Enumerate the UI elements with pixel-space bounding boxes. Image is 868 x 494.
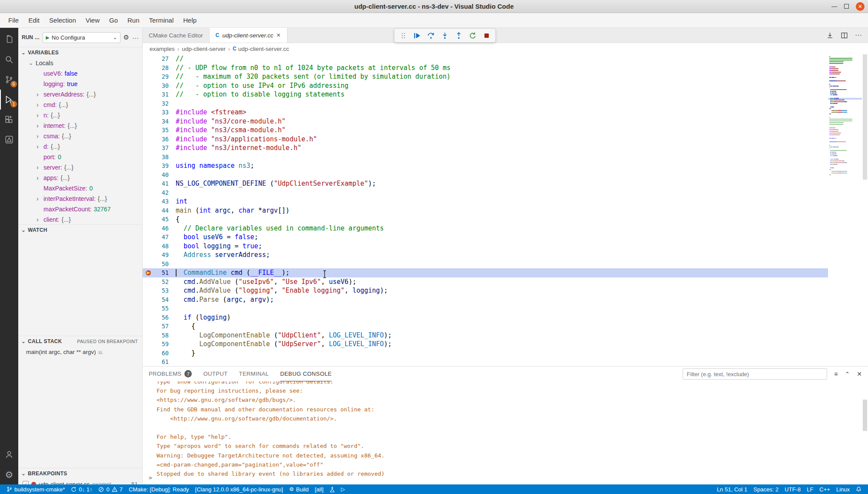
line-number[interactable]: 36 (154, 136, 169, 143)
variable-row-useV6[interactable]: useV6:false (18, 68, 142, 79)
explorer-icon[interactable] (0, 30, 18, 50)
cmake-tools-icon[interactable] (0, 130, 18, 150)
breakpoint-checkbox[interactable]: ✓ (23, 481, 29, 484)
build-target-item[interactable]: [all] (312, 484, 327, 494)
variable-row-n[interactable]: ›n:{...} (18, 110, 142, 120)
code-text[interactable]: { (169, 215, 180, 223)
code-text[interactable]: cmd.AddValue ("logging", "Enable logging… (169, 287, 388, 294)
line-number[interactable]: 44 (154, 207, 169, 214)
cmake-build-item[interactable]: ⚙ Build (286, 484, 312, 494)
tab-terminal[interactable]: TERMINAL (239, 367, 269, 381)
line-number[interactable]: 49 (154, 251, 169, 258)
minimap[interactable] (828, 54, 862, 366)
git-branch-item[interactable]: buildsystem-cmake* (3, 484, 68, 494)
variable-row-internet[interactable]: ›internet:{...} (18, 120, 142, 131)
tab-debug-console[interactable]: DEBUG CONSOLE (280, 367, 332, 381)
line-number[interactable]: 56 (154, 314, 169, 321)
variable-row-cmd[interactable]: ›cmd:{...} (18, 100, 142, 110)
breadcrumb-item[interactable]: examples (150, 46, 175, 52)
code-text[interactable]: if (logging) (169, 314, 230, 321)
tab-cmake-cache-editor[interactable]: CMake Cache Editor (143, 28, 210, 43)
notifications-item[interactable] (853, 484, 865, 494)
line-number[interactable]: 58 (154, 332, 169, 339)
split-editor-icon[interactable] (841, 32, 848, 39)
tab-output[interactable]: OUTPUT (203, 367, 227, 381)
code-text[interactable]: // (169, 55, 184, 63)
line-number[interactable]: 32 (154, 100, 169, 107)
locals-scope-row[interactable]: ⌄ Locals (18, 58, 142, 68)
variable-row-server[interactable]: ›server:{...} (18, 162, 142, 173)
maximize-button[interactable] (844, 4, 849, 9)
code-text[interactable]: { (169, 322, 195, 330)
line-number[interactable]: 33 (154, 109, 169, 116)
line-number[interactable]: 40 (154, 171, 169, 178)
test-item[interactable] (327, 484, 338, 494)
line-number[interactable]: 46 (154, 225, 169, 232)
line-number[interactable]: 59 (154, 340, 169, 347)
step-over-button[interactable] (426, 30, 436, 41)
line-number[interactable]: 29 (154, 73, 169, 80)
line-number[interactable]: 27 (154, 55, 169, 62)
line-number[interactable]: 47 (154, 234, 169, 240)
search-icon[interactable] (0, 50, 18, 70)
code-text[interactable]: main (int argc, char *argv[]) (169, 207, 290, 214)
console-prompt[interactable]: > (149, 474, 152, 481)
breadcrumb-item[interactable]: udp-client-server.cc (238, 46, 289, 52)
call-stack-section-header[interactable]: ⌄ CALL STACK PAUSED ON BREAKPOINT (18, 336, 142, 347)
scrollbar-thumb[interactable] (863, 54, 867, 180)
tab-udp-client-server[interactable]: C udp-client-server.cc ✕ (210, 28, 287, 43)
chevron-right-icon[interactable]: › (37, 91, 39, 98)
panel-scrollbar-thumb[interactable] (863, 400, 867, 431)
continue-button[interactable] (412, 30, 422, 41)
line-number[interactable]: 31 (154, 91, 169, 98)
indentation-item[interactable]: Spaces: 2 (751, 484, 782, 494)
restart-button[interactable] (467, 30, 478, 41)
maximize-panel-icon[interactable]: ⌃ (845, 370, 850, 377)
line-number[interactable]: 53 (154, 287, 169, 294)
line-number[interactable]: 45 (154, 216, 169, 223)
console-filter-input[interactable] (683, 368, 827, 380)
code-text[interactable]: LogComponentEnable ("UdpServer", LOG_LEV… (169, 340, 392, 348)
line-number[interactable]: 43 (154, 198, 169, 205)
code-text[interactable]: #include "ns3/internet-module.h" (169, 144, 301, 152)
variable-row-serverAddress[interactable]: ›serverAddress:{...} (18, 89, 142, 100)
minimize-button[interactable]: — (831, 3, 837, 10)
variable-row-logging[interactable]: logging:true (18, 79, 142, 89)
chevron-right-icon[interactable]: › (37, 143, 39, 150)
encoding-item[interactable]: UTF-8 (781, 484, 804, 494)
problems-item[interactable]: 0 7 (95, 484, 125, 494)
variable-row-d[interactable]: ›d:{...} (18, 141, 142, 152)
chevron-right-icon[interactable]: › (37, 174, 39, 181)
menu-item-run[interactable]: Run (123, 14, 144, 26)
line-number[interactable]: 37 (154, 144, 169, 151)
code-text[interactable]: Address serverAddress; (169, 251, 270, 259)
close-button[interactable]: ✕ (856, 2, 865, 11)
code-text[interactable]: using namespace ns3; (169, 162, 254, 170)
code-text[interactable]: LogComponentEnable ("UdpClient", LOG_LEV… (169, 331, 392, 339)
chevron-right-icon[interactable]: › (37, 112, 39, 119)
code-text[interactable]: int (169, 197, 187, 205)
line-number[interactable]: 57 (154, 323, 169, 330)
code-text[interactable]: #include "ns3/csma-module.h" (169, 126, 286, 134)
variable-row-port[interactable]: port:0 (18, 152, 142, 162)
code-text[interactable]: // - option to use IPv4 or IPv6 addressi… (169, 82, 348, 90)
variable-row-interPacketInterval[interactable]: ›interPacketInterval:{...} (18, 194, 142, 204)
editor-scrollbar[interactable] (862, 54, 868, 366)
run-and-debug-icon[interactable]: 1 (0, 90, 18, 110)
accounts-icon[interactable] (0, 444, 18, 464)
extensions-icon[interactable] (0, 110, 18, 130)
code-text[interactable]: cmd.Parse (argc, argv); (169, 296, 274, 304)
step-out-button[interactable] (454, 30, 464, 41)
chevron-right-icon[interactable]: › (37, 216, 39, 223)
cmake-kit-item[interactable]: [Clang 12.0.0 x86_64-pc-linux-gnu] (192, 484, 286, 494)
source-control-icon[interactable]: 6 (0, 70, 18, 90)
code-text[interactable]: CommandLine cmd (__FILE__); (169, 269, 290, 277)
code-text[interactable]: // Declare variables used in command-lin… (169, 224, 384, 232)
watch-section-header[interactable]: ⌄ WATCH (18, 225, 142, 235)
line-number[interactable]: 38 (154, 154, 169, 160)
code-text[interactable]: NS_LOG_COMPONENT_DEFINE ("UdpClientServe… (169, 180, 376, 187)
line-number[interactable]: 39 (154, 162, 169, 169)
line-number[interactable]: 34 (154, 118, 169, 125)
cursor-position-item[interactable]: Ln 51, Col 1 (714, 484, 750, 494)
line-number[interactable]: 51 (154, 269, 169, 276)
